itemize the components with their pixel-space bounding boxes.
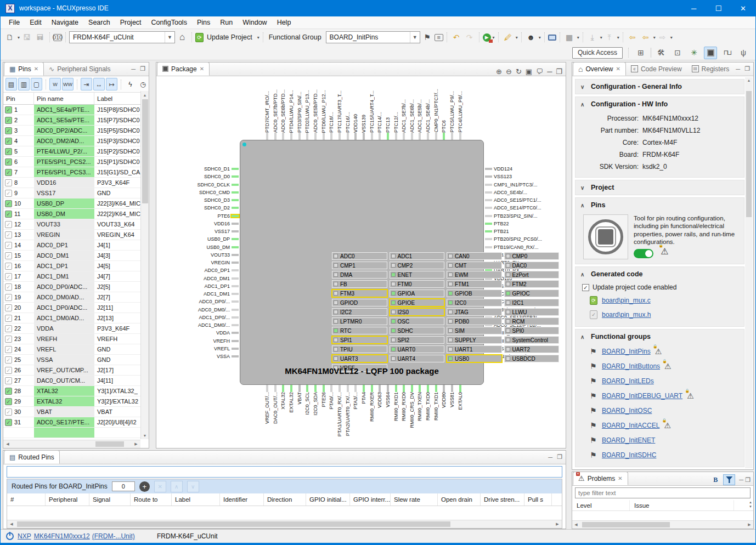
generated-file-link[interactable]: board\pin_mux.h [602, 311, 651, 319]
zoom-in-icon[interactable]: ⊕ [496, 67, 502, 76]
peripheral-gpiod[interactable]: GPIOD [332, 299, 387, 306]
pin-checkbox[interactable]: ✓ [5, 158, 12, 166]
scroll-up-icon[interactable]: ▲ [143, 91, 147, 99]
peripheral-adc1[interactable]: ADC1 [390, 252, 445, 260]
menu-help[interactable]: Help [272, 17, 296, 28]
show-signals-icon[interactable]: W [49, 78, 61, 90]
scroll-down-icon[interactable]: ▼ [143, 432, 147, 439]
new-wizard-icon[interactable]: 🗋 [4, 31, 16, 43]
scroll-left-icon[interactable]: ◀ [7, 522, 16, 526]
pin-checkbox[interactable]: ✓ [5, 106, 12, 113]
pin-checkbox[interactable]: ✓ [5, 190, 12, 197]
maximize-view-icon[interactable]: ❐ [557, 453, 562, 461]
pin-checkbox[interactable]: ✓ [5, 304, 12, 311]
pins-horizontal-scrollbar[interactable]: ◀ ▶ [3, 440, 140, 448]
ide-perspective-icon[interactable]: ⊡ [671, 47, 684, 59]
peripheral-ftm0[interactable]: FTM0 [390, 280, 445, 288]
usb-perspective-icon[interactable]: ψ [737, 47, 750, 59]
pin-checkbox[interactable]: ✓ [5, 117, 12, 124]
package-pin[interactable]: RMII0_TXEN [417, 385, 422, 421]
close-icon[interactable]: ✕ [200, 66, 204, 72]
pin-row[interactable]: ✓19ADC0_DM0/AD...J2[7] [3, 292, 140, 303]
tab-code-preview[interactable]: c Code Preview [626, 62, 687, 76]
peripheral-cmt[interactable]: CMT [447, 262, 502, 269]
package-pin[interactable]: VSS81 [449, 385, 455, 407]
maximize-view-icon[interactable]: ❐ [745, 476, 751, 484]
package-pin[interactable]: ADC1_DM0/... [157, 322, 239, 328]
update-project-dropdown[interactable]: ▾ [257, 35, 259, 40]
section-functional-groups-header[interactable]: ∧ Functional groups [576, 330, 744, 344]
maximize-button[interactable]: ☐ [706, 0, 731, 16]
peripheral-gpiob[interactable]: GPIOB [447, 289, 502, 297]
peripheral-i2c1[interactable]: I2C1 [504, 299, 560, 306]
pins-tool-toggle[interactable] [634, 249, 653, 258]
routed-pins-column--[interactable]: # [7, 493, 46, 506]
pin-checkbox[interactable]: ✓ [5, 283, 12, 291]
debug-perspective-icon[interactable]: ✳ [687, 47, 701, 59]
pencil-icon[interactable]: 🖉 [502, 31, 514, 43]
functional-group-link[interactable]: BOARD_InitOSC [602, 407, 652, 415]
show-package-icon[interactable]: ▢ [31, 78, 42, 90]
package-pin[interactable]: ADC0_DP0/... [157, 299, 239, 304]
pin-row[interactable]: ✓16ADC1_DP1J4[5] [3, 261, 140, 271]
package-pin[interactable]: ADC1_DM1 [157, 291, 239, 297]
routed-pins-horizontal-scrollbar[interactable]: ◀ ▶ [7, 520, 562, 528]
power-icon[interactable] [6, 532, 14, 540]
notes-icon[interactable]: ≡ [435, 34, 443, 41]
run-dropdown[interactable]: ▾ [493, 35, 495, 40]
routed-pins-column-slew-rate[interactable]: Slew rate [391, 493, 438, 506]
pin-checkbox[interactable]: ✓ [5, 221, 12, 228]
package-pin[interactable]: PTC5/LLWU_P9/... [449, 91, 455, 140]
quick-access-button[interactable]: Quick Access [572, 47, 623, 59]
peripheral-fb[interactable]: FB [332, 280, 387, 288]
pin-row[interactable]: ✓1ADC1_SE4a/PTE...J15[P8]/SDHC0 [3, 105, 140, 115]
scroll-right-icon[interactable]: ▶ [132, 442, 140, 446]
peripheral-sdhc[interactable]: SDHC [390, 327, 445, 334]
pin-checkbox[interactable]: ✓ [5, 408, 12, 416]
peripheral-uart2[interactable]: UART2 [504, 345, 560, 353]
package-pin[interactable]: RMII0_TXD1 [433, 385, 439, 421]
close-icon[interactable]: ✕ [34, 66, 38, 72]
pin-checkbox[interactable]: ✓ [5, 231, 12, 239]
package-pin[interactable]: PTD3/SPI0_SIN/... [297, 92, 302, 140]
pin-checkbox[interactable]: ✓ [5, 242, 12, 249]
functional-group-link[interactable]: BOARD_InitDEBUG_UART [602, 392, 682, 400]
package-pin[interactable]: VSSA [157, 354, 239, 359]
home-icon[interactable]: ⌂ [176, 31, 188, 43]
package-pin[interactable]: VSS123 [485, 174, 566, 179]
pin-checkbox[interactable]: ✓ [5, 398, 12, 405]
back-history-icon[interactable]: ⇦ [627, 31, 639, 43]
routed-pins-column-label[interactable]: Label [172, 493, 220, 506]
pin-checkbox[interactable]: ✓ [5, 336, 12, 343]
peripheral-rtc[interactable]: RTC [332, 327, 387, 334]
save-all-icon[interactable]: 🖬 [34, 31, 46, 43]
package-pin[interactable]: ADC1_SE6b/... [409, 99, 415, 140]
package-pin[interactable]: SDHC0_CMD [157, 190, 239, 195]
minimize-button[interactable]: ─ [681, 0, 706, 16]
codegen-icon[interactable]: 010 [53, 34, 62, 41]
peripheral-gpioc[interactable]: GPIOC [504, 289, 560, 297]
close-icon[interactable]: ✕ [616, 66, 620, 72]
package-pin[interactable]: VREGIN [157, 260, 239, 265]
package-pin[interactable]: VBAT [297, 385, 302, 405]
package-pin[interactable]: PTA0/... [329, 385, 334, 410]
pin-checkbox[interactable]: ✓ [5, 138, 12, 145]
pin-row[interactable]: ✓3ADC0_DP2/ADC...J15[P5]/SDHC0 [3, 126, 140, 136]
forward-icon[interactable]: ⇨ [657, 31, 669, 43]
peripheral-ftm1[interactable]: FTM1 [447, 280, 502, 288]
package-pin[interactable]: PTC6 [441, 120, 447, 140]
package-pin[interactable]: USB0_DP [157, 236, 239, 242]
peripheral-dac0[interactable]: DAC0 [504, 262, 560, 269]
pin-checkbox[interactable]: ✓ [5, 252, 12, 259]
tab-routed-pins[interactable]: ▤ Routed Pins [4, 450, 60, 464]
peripheral-systemcontrol[interactable]: SystemControl [504, 336, 560, 344]
package-pin[interactable]: RMII0_TXD0 [425, 385, 431, 421]
show-all-signals-icon[interactable]: WW [62, 78, 74, 90]
menu-configtools[interactable]: ConfigTools [146, 17, 192, 28]
pin-row[interactable]: ✓21ADC1_DM0/AD...J2[13] [3, 313, 140, 323]
show-all-pins-icon[interactable]: ▥ [18, 78, 30, 90]
package-pin[interactable]: ADC0_SE15/PTC1/... [485, 197, 566, 203]
section-pins-header[interactable]: ∧ Pins [576, 198, 744, 212]
package-pin[interactable]: ADC0_SE4b/... [485, 190, 566, 195]
minimize-view-icon[interactable]: ─ [547, 67, 552, 76]
